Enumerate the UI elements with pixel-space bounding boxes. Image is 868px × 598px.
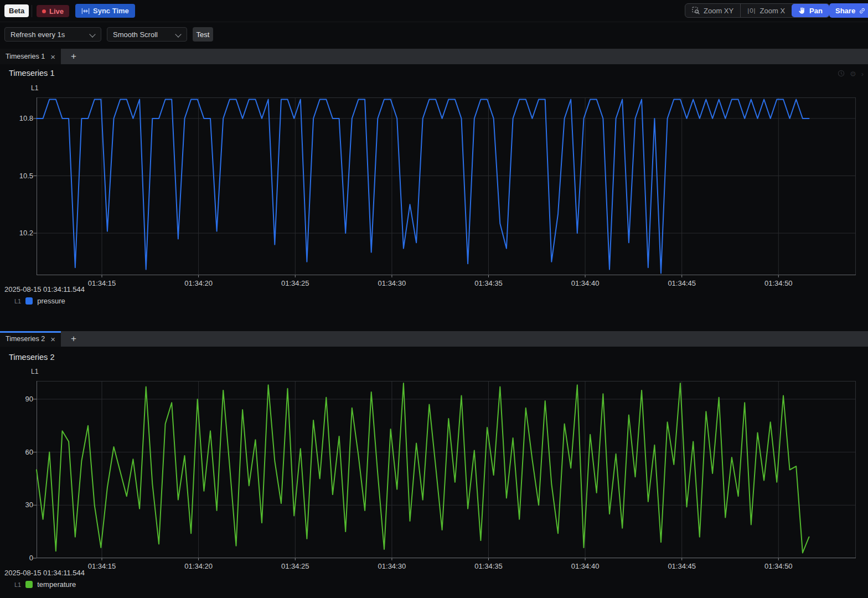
zoom-x-label: Zoom X — [760, 7, 786, 15]
tab-label: Timeseries 2 — [6, 335, 45, 343]
live-button[interactable]: Live — [37, 5, 69, 17]
hand-icon — [798, 7, 805, 14]
live-label: Live — [49, 7, 64, 16]
panel-timeseries-2: Timeseries 2 × + Timeseries 2 L1 9060300… — [0, 331, 868, 598]
x-tick-label: 01:34:45 — [668, 562, 696, 570]
x-tick-label: 01:34:45 — [668, 279, 696, 287]
legend-series-label: temperature — [37, 580, 76, 589]
link-icon — [859, 7, 866, 14]
options-toolbar: Refresh every 1s Smooth Scroll Test — [0, 23, 868, 48]
gear-icon[interactable]: ⚙ — [850, 70, 856, 78]
close-tab-icon[interactable]: × — [50, 335, 55, 343]
x-tick-label: 01:34:25 — [281, 279, 309, 287]
scroll-mode-select[interactable]: Smooth Scroll — [107, 27, 187, 42]
zoom-mode-group: Zoom XY |0| Zoom X Pan — [685, 3, 830, 18]
zoom-xy-label: Zoom XY — [704, 7, 733, 15]
add-tab-button[interactable]: + — [65, 49, 82, 64]
close-tab-icon[interactable]: × — [50, 53, 55, 61]
pan-button[interactable]: Pan — [792, 4, 829, 17]
beta-badge: Beta — [4, 4, 29, 17]
chart-plot-area-temperature[interactable] — [37, 381, 856, 558]
share-label: Share — [835, 7, 855, 15]
x-tick-label: 01:34:20 — [184, 279, 213, 287]
x-tick-label: 01:34:40 — [571, 279, 600, 287]
x-tick-label: 01:34:30 — [378, 279, 406, 287]
y-tick-label: 10.2 — [19, 229, 33, 237]
y-tick-label: 60 — [25, 448, 33, 456]
refresh-interval-value: Refresh every 1s — [11, 30, 65, 39]
sync-time-button[interactable]: Sync Time — [75, 4, 135, 18]
sync-icon — [81, 8, 90, 14]
tab-bar-2: Timeseries 2 × + — [0, 331, 868, 347]
tab-timeseries-1[interactable]: Timeseries 1 × — [0, 49, 61, 64]
legend[interactable]: L1 pressure — [14, 297, 65, 305]
test-button[interactable]: Test — [193, 27, 213, 42]
zoom-xy-icon — [692, 7, 700, 14]
sync-time-label: Sync Time — [93, 7, 129, 15]
x-tick-label: 01:34:35 — [474, 562, 503, 570]
legend-swatch-pressure — [25, 297, 33, 305]
x-tick-label: 01:34:40 — [571, 562, 600, 570]
refresh-interval-select[interactable]: Refresh every 1s — [4, 27, 101, 42]
y-axis-label: L1 — [31, 84, 38, 92]
clock-icon[interactable] — [838, 70, 845, 79]
x-tick-label: 01:34:30 — [378, 562, 406, 570]
app-window: Beta Live Sync Time — [0, 0, 868, 598]
zoom-xy-button[interactable]: Zoom XY — [685, 4, 740, 17]
y-tick-label: 0 — [29, 554, 33, 562]
start-timestamp: 2025-08-15 01:34:11.544 — [4, 569, 85, 577]
share-button[interactable]: Share — [829, 3, 868, 18]
live-dot-icon — [42, 9, 46, 13]
legend[interactable]: L1 temperature — [14, 580, 76, 589]
y-tick-label: 90 — [25, 395, 33, 403]
zoom-x-button[interactable]: |0| Zoom X — [741, 4, 792, 17]
x-tick-label: 01:34:20 — [184, 562, 213, 570]
start-timestamp: 2025-08-15 01:34:11.544 — [4, 285, 85, 293]
x-tick-label: 01:34:15 — [88, 562, 116, 570]
y-tick-label: 10.8 — [19, 114, 33, 122]
y-axis-label: L1 — [31, 368, 38, 375]
y-tick-label: 10.5 — [19, 172, 33, 180]
x-tick-label: 01:34:35 — [474, 279, 503, 287]
panel-title: Timeseries 1 — [9, 69, 54, 78]
toolbar-divider — [32, 5, 32, 17]
tab-label: Timeseries 1 — [6, 53, 45, 60]
top-toolbar: Beta Live Sync Time — [0, 0, 868, 22]
tab-bar-1: Timeseries 1 × + — [0, 49, 868, 64]
panel-actions: ⚙ › — [838, 70, 864, 79]
legend-group-label: L1 — [14, 581, 21, 588]
active-tab-indicator — [0, 331, 61, 333]
x-tick-label: 01:34:50 — [764, 279, 793, 287]
legend-series-label: pressure — [37, 297, 65, 305]
x-tick-label: 01:34:50 — [764, 562, 793, 570]
chevron-right-icon[interactable]: › — [861, 70, 864, 78]
add-tab-button[interactable]: + — [65, 331, 82, 347]
pan-label: Pan — [809, 7, 823, 15]
x-tick-label: 01:34:25 — [281, 562, 309, 570]
zoom-x-icon: |0| — [747, 7, 756, 14]
chart-plot-area-pressure[interactable] — [37, 97, 856, 275]
tab-timeseries-2[interactable]: Timeseries 2 × — [0, 331, 61, 347]
legend-swatch-temperature — [25, 581, 33, 588]
x-tick-label: 01:34:15 — [88, 279, 116, 287]
scroll-mode-value: Smooth Scroll — [113, 30, 158, 39]
y-tick-label: 30 — [25, 501, 33, 509]
panel-title: Timeseries 2 — [9, 353, 54, 362]
panel-timeseries-1: Timeseries 1 × + Timeseries 1 ⚙ › L1 10.… — [0, 49, 868, 331]
legend-group-label: L1 — [14, 298, 21, 305]
